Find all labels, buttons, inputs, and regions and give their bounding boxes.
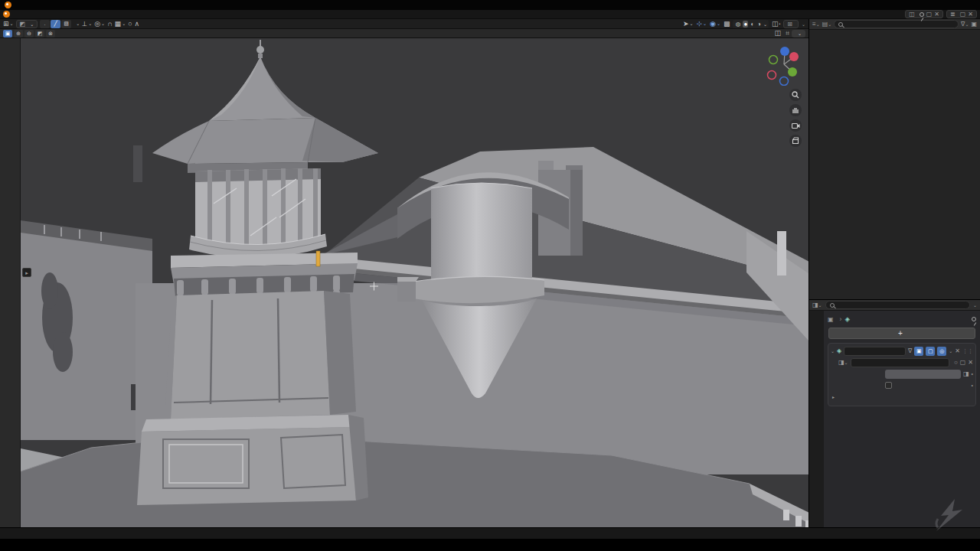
camera-view-button[interactable]	[789, 119, 802, 132]
editor-type-button[interactable]: ⊞⌄	[3, 20, 14, 28]
add-modifier-button[interactable]: +	[828, 328, 975, 339]
edge-select-button[interactable]: ╱	[51, 20, 60, 28]
orientation-dropdown[interactable]: ⟂ ⌄	[82, 20, 92, 28]
grid-icon: ⊞	[787, 21, 792, 28]
unlink-icon[interactable]: ✕	[934, 11, 939, 18]
search-icon	[830, 303, 835, 308]
scene-3d-render[interactable]	[21, 38, 808, 527]
modifier-name-field[interactable]	[844, 347, 906, 356]
copy-icon[interactable]: ▢	[960, 359, 966, 366]
select-mode-intersect-button[interactable]: ⊗	[46, 30, 55, 37]
expand-icon[interactable]: ⌄	[831, 348, 835, 354]
proportional-menu-icon[interactable]: ⌄	[76, 20, 80, 28]
select-mode-buttons: ∙ ╱ ▨	[40, 20, 71, 28]
navigation-gizmo[interactable]	[764, 43, 804, 86]
outliner-header: ≡⌄ ▤⌄ ∇⌄ ▣	[809, 19, 980, 30]
status-bar	[0, 527, 980, 539]
shading-rendered-button[interactable]: ◑	[756, 21, 762, 28]
shading-solid-button[interactable]: ●	[743, 21, 748, 28]
overlays-toggle[interactable]: ◉⌄	[710, 20, 720, 28]
select-mode-subtract-button[interactable]: ⊖	[24, 30, 34, 37]
filter-icon[interactable]: ∇⌄	[961, 21, 969, 28]
face-select-button[interactable]: ▨	[61, 20, 71, 28]
properties-options-icon[interactable]: ⌄	[973, 302, 977, 308]
perspective-toggle-button[interactable]	[789, 135, 802, 147]
scene-selector[interactable]: ◫ ▢ ✕	[905, 10, 943, 18]
proportional-falloff-icon[interactable]: ∧	[135, 20, 140, 28]
pivot-point-dropdown[interactable]: ◎⌄	[94, 20, 105, 28]
zoom-button[interactable]	[789, 89, 802, 101]
pin-icon[interactable]	[920, 12, 924, 17]
unlink-icon[interactable]: ✕	[968, 359, 973, 366]
node-group-icon: ◈	[837, 347, 841, 354]
copy-icon[interactable]: ▢	[960, 11, 966, 18]
select-mode-extend-button[interactable]: ⊕	[14, 30, 23, 37]
titlebar	[0, 0, 980, 10]
decorator-dot[interactable]: •	[972, 383, 973, 388]
select-mode-invert-button[interactable]: ◩	[35, 30, 44, 37]
realtime-toggle[interactable]: ▢	[926, 347, 935, 356]
new-collection-icon[interactable]: ▣	[971, 21, 977, 28]
proportional-editing-toggle[interactable]: ○	[128, 20, 132, 28]
modifier-panel: ⌄ ◈ ∇ ▣ ▢ ◎ ⌄ ✕ ⋮⋮	[828, 343, 976, 406]
viewport-canvas[interactable]: ▸	[0, 38, 808, 527]
snapping-dropdown[interactable]: ▦⌄	[115, 20, 126, 28]
blender-window: ◫ ▢ ✕ ≣ ▢ ✕ ⊞⌄ ◩ ⌄	[0, 0, 980, 551]
shading-modes: ◍ ● ◐ ◑ ⌄	[733, 20, 769, 28]
properties-editor-type-icon[interactable]: ◨⌄	[812, 302, 822, 308]
extras-dropdown-icon[interactable]: ⌄	[949, 348, 952, 354]
mode-dropdown[interactable]: ◩ ⌄	[16, 20, 38, 28]
xray-toggle[interactable]: ▩	[724, 20, 730, 28]
remove-icon[interactable]: ✕	[968, 11, 973, 18]
pan-button[interactable]	[789, 104, 802, 116]
select-mode-set-button[interactable]: ▣	[3, 30, 12, 37]
gizmos-toggle[interactable]: ⊹⌄	[696, 20, 707, 28]
node-tree-icon: ◨⌄	[838, 359, 848, 366]
copy-icon[interactable]: ▢	[926, 11, 933, 18]
outliner-editor-type-icon[interactable]: ≡⌄	[812, 21, 820, 28]
letterbox-bar	[0, 539, 980, 551]
node-group-icon: ◈	[844, 315, 850, 323]
app-menu-icon[interactable]	[3, 11, 10, 18]
angle-slider[interactable]	[885, 370, 961, 379]
options-dropdown[interactable]: ⌄	[792, 30, 805, 37]
properties-editor: ◨⌄ ⌄ ▣ › ◈	[809, 300, 980, 527]
properties-tab-strip	[809, 311, 824, 527]
decorator-dot[interactable]: •	[972, 371, 973, 377]
viewlayer-selector[interactable]: ≣ ▢ ✕	[946, 10, 977, 18]
fake-user-icon[interactable]: ○	[954, 359, 958, 366]
shading-dropdown-icon[interactable]: ⌄	[763, 21, 767, 27]
toolbar-expand-button[interactable]: ▸	[22, 268, 31, 277]
delete-modifier-icon[interactable]: ✕	[955, 347, 960, 354]
render-toggle[interactable]: ◎	[937, 347, 946, 356]
outliner-search-input[interactable]	[834, 20, 959, 28]
selectability-dropdown[interactable]: ➤⌄	[683, 20, 694, 28]
input-attribute-toggle[interactable]: ◨	[963, 370, 969, 377]
shading-material-button[interactable]: ◐	[750, 21, 755, 28]
pin-id-icon[interactable]	[972, 317, 976, 321]
breadcrumb: ▣ › ◈	[828, 313, 976, 325]
properties-header: ◨⌄ ⌄	[809, 300, 980, 311]
annotation-icon[interactable]: ◫•	[772, 20, 780, 28]
display-mode-icon[interactable]: ▤⌄	[822, 21, 832, 28]
edit-mode-toggle[interactable]: ▣	[914, 347, 923, 356]
edit-mode-icon: ◩	[20, 21, 26, 28]
tool-settings-bar: ▣ ⊕ ⊖ ◩ ⊗ ◫ ⌗ ⌄	[0, 29, 808, 38]
snap-base-icon[interactable]: ⌗	[786, 29, 789, 37]
scene-icon: ◫	[909, 11, 915, 18]
viewlayer-icon: ≣	[950, 11, 956, 18]
header-extra-dropdown[interactable]: ⌄	[802, 21, 805, 27]
outliner-tree	[809, 30, 980, 299]
properties-search-input[interactable]	[825, 301, 970, 309]
shading-wireframe-button[interactable]: ◍	[734, 21, 741, 28]
ignore-sharpness-checkbox[interactable]	[885, 382, 892, 389]
collapse-icon[interactable]: ▸	[832, 394, 835, 399]
subdivision-value-field[interactable]: ⊞	[783, 20, 799, 28]
snap-toggle[interactable]: ∩	[107, 20, 112, 28]
vertex-select-button[interactable]: ∙	[40, 20, 50, 28]
funnel-icon[interactable]: ∇	[908, 347, 912, 354]
mirror-icon: ◫	[774, 29, 781, 37]
drag-handle-icon[interactable]: ⋮⋮	[962, 348, 973, 354]
node-group-name-field[interactable]	[851, 358, 949, 367]
search-icon	[838, 22, 843, 27]
